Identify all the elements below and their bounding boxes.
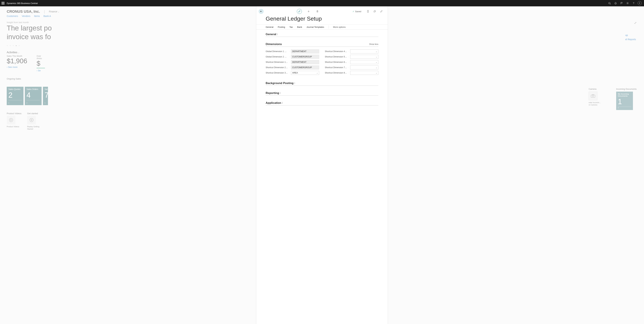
popout-icon[interactable]: [373, 9, 377, 13]
field-shortcut-dim-8: Shortcut Dimension 8…· ⌄: [325, 71, 378, 75]
field-shortcut-dim-2: Shortcut Dimension 2…· CUSTOMERGROUP: [266, 65, 319, 69]
value-global-dim-1: DEPARTMENT: [291, 49, 319, 53]
fasttab-reporting[interactable]: Reporting〉: [266, 91, 378, 96]
tab-tax[interactable]: Tax: [290, 26, 293, 28]
svg-point-2: [627, 3, 628, 4]
camera-label: Camera: [589, 88, 601, 90]
tab-journal-templates[interactable]: Journal Templates: [306, 26, 324, 28]
tile-sales-quotes[interactable]: Sales Quotes 2 ›: [7, 87, 24, 105]
tab-general[interactable]: General: [266, 26, 273, 28]
fasttab-general[interactable]: General〉: [266, 33, 378, 37]
chevron-right-icon: 〉: [277, 33, 279, 36]
page-title: General Ledger Setup: [256, 15, 388, 24]
notifications-icon[interactable]: [612, 0, 618, 6]
product-videos-caption[interactable]: Product Videos: [7, 125, 20, 128]
get-started-tile[interactable]: [27, 116, 36, 124]
dropdown-shortcut-dim-4[interactable]: ⌄: [350, 49, 378, 53]
chevron-down-icon: ⌄: [376, 72, 377, 74]
get-started-caption[interactable]: Replay Getting Started: [27, 125, 40, 130]
chevron-right-icon: 〉: [280, 92, 282, 95]
help-icon[interactable]: ?: [630, 0, 636, 6]
saved-indicator: Saved: [352, 10, 361, 13]
tab-posting[interactable]: Posting: [278, 26, 285, 28]
user-avatar[interactable]: F: [638, 1, 642, 5]
svg-point-4: [592, 95, 594, 97]
chevron-down-icon: ⌄: [376, 50, 377, 53]
field-shortcut-dim-6: Shortcut Dimension 6…· ⌄: [325, 60, 378, 64]
settings-gear-icon[interactable]: [624, 0, 630, 6]
tab-bank[interactable]: Bank: [297, 26, 302, 28]
delete-button[interactable]: [315, 9, 319, 13]
field-shortcut-dim-3: Shortcut Dimension 3…· AREA⌄: [266, 71, 319, 75]
camera-caption[interactable]: eate Incomin… m Camera: [589, 101, 601, 106]
dropdown-shortcut-dim-8[interactable]: ⌄: [350, 71, 378, 75]
chevron-down-icon: ⌄: [376, 61, 377, 63]
tile-incoming-docs[interactable]: My Incoming Documents 1 ›: [616, 92, 633, 110]
chevron-right-icon: 〉: [282, 102, 284, 105]
chevron-right-icon: 〉: [294, 82, 296, 85]
value-shortcut-dim-2: CUSTOMERGROUP: [291, 65, 319, 69]
value-shortcut-dim-1: DEPARTMENT: [291, 60, 319, 64]
field-shortcut-dim-1: Shortcut Dimension 1…· DEPARTMENT: [266, 60, 319, 64]
get-started-label: Get started: [27, 112, 40, 115]
app-title: Dynamics 365 Business Central: [7, 2, 38, 4]
fasttab-application[interactable]: Application〉: [266, 101, 378, 106]
chevron-down-icon: ⌄: [316, 72, 318, 74]
back-button[interactable]: [258, 9, 264, 14]
incoming-docs-label: Incoming Documents: [616, 88, 636, 90]
dimensions-grid: Global Dimension 1 C…· DEPARTMENT Shortc…: [266, 49, 378, 75]
right-links: up el Reports: [625, 18, 636, 41]
dropdown-shortcut-dim-5[interactable]: ⌄: [350, 55, 378, 59]
panel-body: General〉 Dimensions Show less Global Dim…: [256, 30, 388, 324]
kpi-value-overdue: $: [36, 60, 45, 67]
navtab-bank[interactable]: Bank A: [44, 15, 51, 17]
kpi-value-sales: $1,906: [7, 57, 27, 65]
show-less-link[interactable]: Show less: [369, 43, 378, 45]
svg-point-0: [608, 2, 610, 4]
panel-section-tabs: General Posting Tax Bank Journal Templat…: [256, 24, 388, 30]
field-global-dim-1: Global Dimension 1 C…· DEPARTMENT: [266, 49, 319, 53]
field-global-dim-2: Global Dimension 2 C…· CUSTOMERGROUP: [266, 55, 319, 59]
edit-button[interactable]: [297, 9, 302, 14]
see-more-link[interactable]: See more: [7, 66, 27, 68]
camera-tile[interactable]: [589, 92, 598, 100]
field-shortcut-dim-7: Shortcut Dimension 7…· ⌄: [325, 65, 378, 69]
svg-point-5: [10, 118, 13, 122]
see-more-link-2[interactable]: Se: [36, 69, 45, 72]
dropdown-shortcut-dim-3[interactable]: AREA⌄: [291, 71, 319, 75]
fasttab-background-posting[interactable]: Background Posting〉: [266, 82, 378, 86]
tab-more-options[interactable]: More options: [333, 26, 346, 28]
field-shortcut-dim-4: Shortcut Dimension 4…· ⌄: [325, 49, 378, 53]
bookmark-icon[interactable]: [366, 9, 370, 13]
navtab-items[interactable]: Items: [34, 15, 40, 17]
kpi-label-sales: Sales This Month: [7, 55, 27, 57]
search-icon[interactable]: [606, 0, 612, 6]
product-videos-tile[interactable]: [7, 116, 16, 124]
navtab-vendors[interactable]: Vendors: [22, 15, 30, 17]
tile-sales-orders[interactable]: Sales Orders 4 ›: [25, 87, 42, 105]
svg-line-1: [610, 4, 611, 4]
fasttab-dimensions[interactable]: Dimensions Show less: [266, 42, 378, 47]
tile-partial[interactable]: Sal 7 ›: [43, 87, 48, 105]
dropdown-shortcut-dim-6[interactable]: ⌄: [350, 60, 378, 64]
product-videos-label: Product Videos: [7, 112, 22, 115]
new-button[interactable]: [306, 9, 310, 13]
navtab-customers[interactable]: Customers: [7, 15, 18, 17]
value-global-dim-2: CUSTOMERGROUP: [291, 55, 319, 59]
kpi-label-overdue: Over Amou: [36, 55, 45, 60]
chevron-down-icon: ⌄: [376, 66, 377, 69]
svg-rect-7: [374, 11, 375, 12]
company-name[interactable]: CRONUS USA, Inc.: [7, 9, 40, 14]
workspace-menu-finance[interactable]: Finance: [49, 10, 59, 13]
dropdown-shortcut-dim-7[interactable]: ⌄: [350, 65, 378, 69]
chevron-down-icon: ⌄: [376, 56, 377, 58]
flag-icon[interactable]: [618, 0, 624, 6]
gl-setup-panel: Saved General Ledger Setup General Posti…: [256, 6, 388, 324]
fullscreen-icon[interactable]: [379, 9, 384, 13]
panel-toolbar: Saved: [256, 6, 388, 15]
svg-point-6: [30, 118, 33, 122]
top-bar: Dynamics 365 Business Central ? F: [0, 0, 644, 6]
field-shortcut-dim-5: Shortcut Dimension 5…· ⌄: [325, 55, 378, 59]
app-launcher-icon[interactable]: [2, 2, 4, 4]
